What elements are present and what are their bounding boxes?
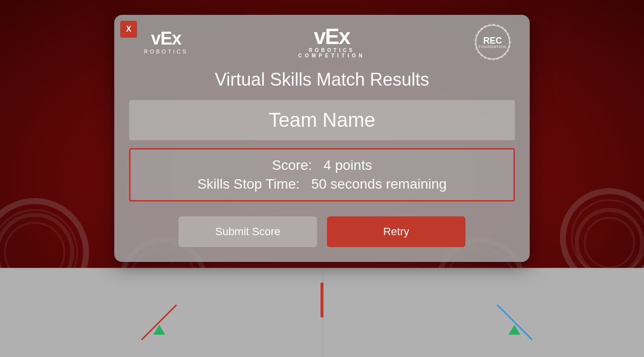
buttons-row: Submit Score Retry: [114, 216, 530, 247]
vex-logo-left: vEx ROBOTICS: [144, 30, 188, 54]
vex-center-robotics: ROBOTICS: [309, 48, 355, 53]
score-box: Score: 4 points Skills Stop Time: 50 sec…: [129, 148, 515, 202]
header-logos: vEx ROBOTICS vEx ROBOTICS COMPETITION RE…: [114, 15, 530, 64]
vex-center-competition: COMPETITION: [298, 53, 365, 58]
vex-left-robotics: ROBOTICS: [144, 49, 188, 54]
score-label: Score:: [272, 157, 312, 173]
results-modal: X vEx ROBOTICS vEx ROBOTICS COMPETITION …: [114, 15, 530, 262]
vex-center-text: vEx: [314, 26, 350, 48]
stop-time-label: Skills Stop Time:: [197, 176, 300, 192]
team-name-text: Team Name: [139, 109, 505, 131]
rec-foundation-logo: REC FOUNDATION: [475, 25, 510, 59]
vex-competition-logo: vEx ROBOTICS COMPETITION: [298, 26, 365, 58]
modal-title: Virtual Skills Match Results: [215, 69, 429, 90]
submit-score-button[interactable]: Submit Score: [179, 216, 317, 247]
vex-left-text: vEx: [151, 30, 181, 48]
modal-overlay: X vEx ROBOTICS vEx ROBOTICS COMPETITION …: [0, 0, 644, 357]
rec-gear-decoration: [474, 24, 511, 60]
retry-button[interactable]: Retry: [327, 216, 465, 247]
stop-time-value: 50 seconds remaining: [311, 176, 447, 192]
score-line: Score: 4 points: [140, 157, 504, 173]
stop-time-line: Skills Stop Time: 50 seconds remaining: [140, 176, 504, 192]
close-button[interactable]: X: [120, 21, 137, 38]
score-value: 4 points: [323, 157, 372, 173]
team-name-box: Team Name: [129, 100, 515, 140]
